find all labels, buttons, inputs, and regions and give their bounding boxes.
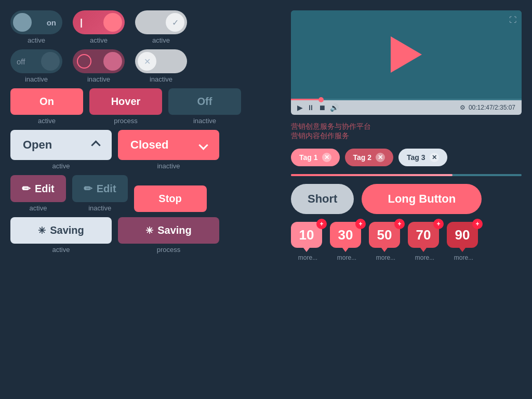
tag-progress-fill [291, 174, 453, 176]
play-icon[interactable]: ▶ [297, 103, 303, 112]
edit-inactive-state: inactive [88, 204, 111, 212]
tag-2[interactable]: Tag 2 ✕ [345, 149, 394, 166]
toggle-gray-check[interactable]: ✓ [135, 10, 187, 34]
spin-icon-process: ✳ [145, 225, 153, 236]
saving-active-label: Saving [50, 224, 84, 236]
toggle-knob-pink-off [103, 52, 122, 71]
edit-pencil-icon-active: ✏ [22, 182, 31, 195]
saving-active-button[interactable]: ✳ Saving [10, 217, 112, 244]
saving-button-row: ✳ Saving active ✳ Saving process [10, 217, 281, 254]
toggle-pink-off[interactable] [73, 49, 125, 73]
tag-1[interactable]: Tag 1 ✕ [291, 149, 340, 166]
badge-10-more: more... [298, 254, 317, 261]
gear-icon[interactable]: ⚙ [460, 104, 466, 111]
dropdown-closed-label: Closed [130, 138, 168, 152]
time-display: 00:12:47/2:35:07 [469, 104, 515, 111]
toggle-inactive-label-3: inactive [150, 75, 172, 83]
edit-active-button[interactable]: ✏ Edit [10, 175, 66, 202]
dropdown-closed[interactable]: Closed [118, 130, 219, 160]
video-player: ⛶ ▶ ⏸ ⏹ 🔊 ⚙ 00:12:47/2:35:07 [291, 10, 522, 114]
tag-3-close[interactable]: ✕ [430, 153, 439, 162]
badge-50-dot: + [394, 219, 405, 229]
tags-row: Tag 1 ✕ Tag 2 ✕ Tag 3 ✕ [291, 149, 522, 166]
tag-3-label: Tag 3 [407, 153, 425, 162]
play-button-large[interactable] [391, 36, 422, 73]
btn-hover-group: Hover process [89, 88, 162, 125]
toggle-active-label-2: active [90, 36, 108, 44]
edit-active-group: ✏ Edit active [10, 175, 66, 212]
right-panel: ⛶ ▶ ⏸ ⏹ 🔊 ⚙ 00:12:47/2:35:07 [291, 10, 522, 389]
toggle-on-label: on [47, 18, 56, 27]
tag-2-label: Tag 2 [353, 153, 372, 162]
toggle-gray-check-group: ✓ active [135, 10, 187, 44]
off-button[interactable]: Off [168, 88, 241, 115]
tag-1-close[interactable]: ✕ [322, 153, 331, 162]
arrow-up-icon [91, 140, 100, 150]
dropdown-closed-group: Closed inactive [118, 130, 219, 170]
toggle-knob-gray: ✓ [166, 13, 184, 32]
toggle-knob [13, 13, 32, 32]
progress-dot [318, 97, 324, 102]
video-progress-bar[interactable] [291, 99, 522, 100]
pause-icon[interactable]: ⏸ [307, 103, 314, 112]
btn-on-group: On active [10, 88, 83, 125]
edit-active-label: Edit [35, 183, 55, 195]
dropdown-open-state: active [52, 162, 70, 170]
badge-90-dot: + [472, 219, 483, 229]
spin-icon-active: ✳ [38, 225, 46, 236]
badge-90-more: more... [454, 254, 473, 261]
volume-icon[interactable]: 🔊 [330, 103, 339, 112]
toggle-row-active: on active | active ✓ active [10, 10, 281, 44]
saving-process-label: Saving [157, 224, 192, 236]
badge-30-group: 30 + more... [330, 222, 364, 261]
saving-process-group: ✳ Saving process [118, 217, 219, 254]
toggle-knob-off [41, 52, 60, 71]
video-screen: ⛶ [291, 10, 522, 99]
badge-70-value: 70 [416, 227, 431, 243]
badge-50: 50 + [369, 222, 403, 252]
dropdown-open[interactable]: Open [10, 130, 112, 160]
saving-active-group: ✳ Saving active [10, 217, 112, 254]
hover-button[interactable]: Hover [89, 88, 162, 115]
long-button[interactable]: Long Button [362, 184, 482, 214]
tag-1-label: Tag 1 [299, 153, 318, 162]
chinese-watermark: 营销创意服务与协作平台营销内容创作服务 [291, 122, 522, 141]
saving-process-button[interactable]: ✳ Saving [118, 217, 219, 244]
edit-inactive-button[interactable]: ✏ Edit [72, 175, 128, 202]
fullscreen-icon[interactable]: ⛶ [509, 16, 516, 24]
toggle-knob-gray-x: ✕ [138, 52, 156, 71]
toggle-pink-on-group: | active [73, 10, 125, 44]
toggle-pink-on[interactable]: | [73, 10, 125, 34]
toggle-off-inactive[interactable]: off [10, 49, 62, 73]
tag-2-close[interactable]: ✕ [376, 153, 385, 162]
badge-10-group: 10 + more... [291, 222, 325, 261]
dropdown-open-label: Open [23, 138, 52, 152]
toggle-pink-off-group: inactive [73, 49, 125, 83]
toggle-on-active[interactable]: on [10, 10, 62, 34]
btn-off-group: Off inactive [168, 88, 241, 125]
badge-50-group: 50 + more... [369, 222, 403, 261]
badge-70: 70 + [408, 222, 442, 252]
toggle-on-active-group: on active [10, 10, 62, 44]
badge-90-value: 90 [455, 227, 470, 243]
badge-10-dot: + [316, 219, 327, 229]
stop-button[interactable]: Stop [134, 185, 207, 212]
pill-button-row: Short Long Button [291, 184, 522, 214]
tag-3[interactable]: Tag 3 ✕ [398, 149, 447, 166]
saving-process-state: process [157, 246, 181, 254]
short-button[interactable]: Short [291, 184, 354, 214]
edit-inactive-label: Edit [97, 183, 116, 195]
badge-10: 10 + [291, 222, 325, 252]
video-controls: ▶ ⏸ ⏹ 🔊 ⚙ 00:12:47/2:35:07 [291, 100, 522, 115]
on-button[interactable]: On [10, 88, 83, 115]
toggle-active-label-1: active [28, 36, 45, 44]
stop-icon[interactable]: ⏹ [318, 103, 326, 112]
toggle-inactive-label-1: inactive [25, 75, 48, 83]
toggle-gray-x[interactable]: ✕ [135, 49, 187, 73]
badge-30-value: 30 [338, 227, 353, 243]
stop-button-group: Stop [134, 185, 207, 212]
badge-70-more: more... [415, 254, 434, 261]
dropdown-button-row: Open active Closed inactive [10, 130, 281, 170]
toggle-off-inactive-group: off inactive [10, 49, 62, 83]
badges-row: 10 + more... 30 + more... 50 [291, 222, 522, 261]
